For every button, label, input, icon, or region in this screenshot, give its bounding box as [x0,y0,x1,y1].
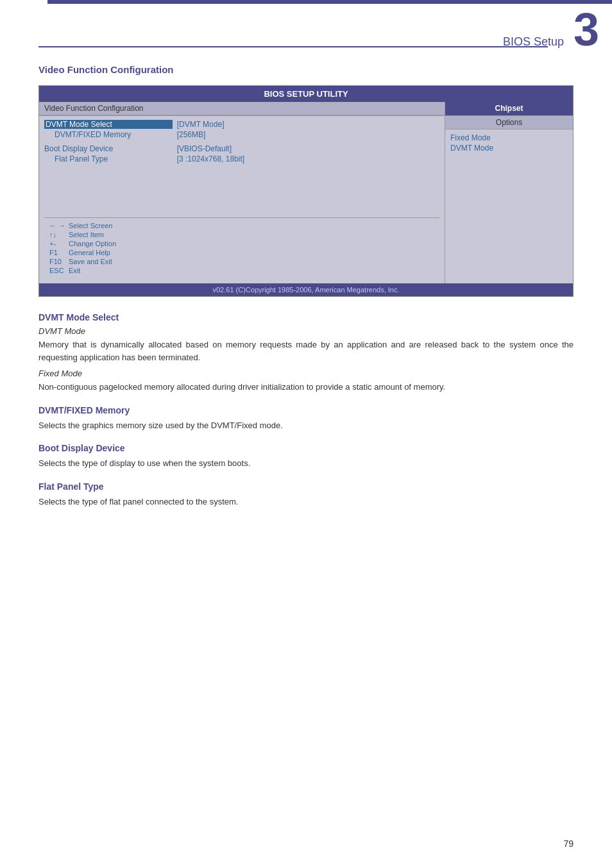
bios-title-bar: BIOS SETUP UTILITY [39,86,573,102]
key-row-f1: F1 General Help [49,249,434,256]
chapter-number: 3 [574,6,599,53]
options-list: Fixed Mode DVMT Mode [445,129,573,158]
bios-row-dvmt: DVMT Mode Select [DVMT Mode] DVMT/FIXED … [44,120,439,163]
boot-display-desc: Selects the type of display to use when … [38,457,574,470]
bios-menu-area: DVMT Mode Select [DVMT Mode] DVMT/FIXED … [39,116,445,283]
subsection-dvmt-mode-select: DVMT Mode Select DVMT Mode Memory that i… [38,312,574,394]
key-f10-symbol: F10 [49,258,69,265]
key-esc-symbol: ESC [49,267,69,274]
dvmt-fixed-memory-desc: Selects the graphics memory size used by… [38,419,574,432]
key-row-esc: ESC Exit [49,267,434,274]
dvmt-mode-text: Memory that is dynamically allocated bas… [38,338,574,363]
subsection-dvmt-fixed-memory: DVMT/FIXED Memory Selects the graphics m… [38,405,574,432]
key-plusminus-label: Change Option [69,240,434,247]
dvmt-mode-select-label: DVMT Mode Select [44,120,173,129]
bios-inner: Video Function Configuration Chipset DVM… [39,102,573,283]
flat-panel-heading: Flat Panel Type [38,481,574,492]
key-row-arrows: ← → Select Screen [49,222,434,230]
subsection-boot-display: Boot Display Device Selects the type of … [38,443,574,470]
page-number: 79 [563,839,574,849]
option-fixed-mode: Fixed Mode [450,133,568,142]
bios-left-panel: Video Function Configuration Chipset DVM… [39,102,573,283]
key-arrows-label: Select Screen [69,222,434,230]
section-heading: Video Function Configuration [38,64,574,75]
key-f1-symbol: F1 [49,249,69,256]
key-row-updown: ↑↓ Select Item [49,231,434,238]
key-row-plusminus: +- Change Option [49,240,434,247]
key-row-f10: F10 Save and Exit [49,258,434,265]
boot-display-heading: Boot Display Device [38,443,574,453]
dvmt-mode-italic-label: DVMT Mode [38,326,574,336]
flat-panel-desc: Selects the type of flat panel connected… [38,496,574,508]
boot-display-value: [VBIOS-Default] [173,144,232,153]
bios-options-panel: Options Fixed Mode DVMT Mode [445,116,573,283]
dvmt-fixed-memory-heading: DVMT/FIXED Memory [38,405,574,415]
flat-panel-value: [3 :1024x768, 18bit] [173,154,244,163]
key-f10-label: Save and Exit [69,258,434,265]
flat-panel-label: Flat Panel Type [44,154,173,163]
keybindings-area: ← → Select Screen ↑↓ Select Item +- Chan… [44,217,439,280]
top-bar [47,0,612,4]
subsection-flat-panel: Flat Panel Type Selects the type of flat… [38,481,574,508]
main-content: Video Function Configuration BIOS SETUP … [38,64,574,513]
hr-line [38,46,548,47]
option-dvmt-mode: DVMT Mode [450,144,568,153]
dvmt-fixed-memory-value: [256MB] [173,130,205,139]
dvmt-fixed-memory-label: DVMT/FIXED Memory [44,130,173,139]
bios-left-subheader: Video Function Configuration [39,102,445,115]
fixed-mode-text: Non-contiguous pagelocked memory allocat… [38,381,574,394]
bios-utility-box: BIOS SETUP UTILITY Video Function Config… [38,85,574,297]
key-esc-label: Exit [69,267,434,274]
boot-display-label: Boot Display Device [44,144,173,153]
key-arrows-symbol: ← → [49,222,69,230]
bios-right-header-label: Chipset [445,102,573,115]
key-updown-symbol: ↑↓ [49,231,69,238]
dvmt-mode-select-value: [DVMT Mode] [173,120,224,129]
key-updown-label: Select Item [69,231,434,238]
key-f1-label: General Help [69,249,434,256]
bios-footer: v02.61 (C)Copyright 1985-2006, American … [39,283,573,296]
dvmt-mode-select-heading: DVMT Mode Select [38,312,574,322]
options-header: Options [445,116,573,129]
key-plusminus-symbol: +- [49,240,69,247]
fixed-mode-italic-label: Fixed Mode [38,369,574,378]
